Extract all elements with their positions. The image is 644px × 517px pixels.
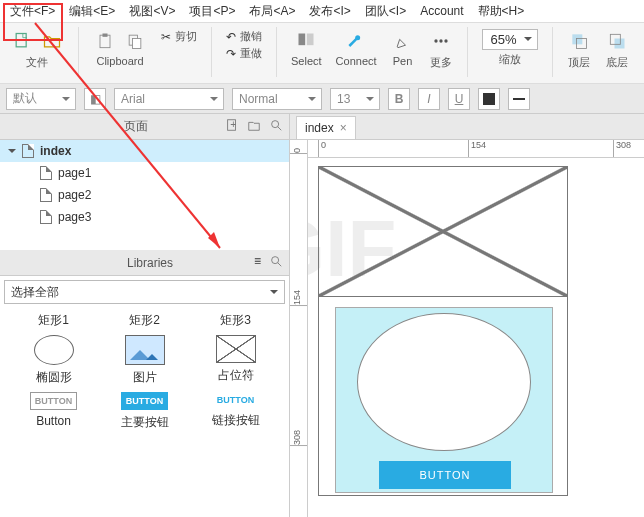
menu-project[interactable]: 项目<P>	[189, 3, 235, 20]
font-combo[interactable]: Arial	[114, 88, 224, 110]
cut-icon[interactable]: ✂	[161, 30, 171, 44]
bold-button[interactable]: B	[388, 88, 410, 110]
horizontal-ruler: 0 154 308	[308, 140, 644, 158]
style-pick-icon[interactable]: ◧	[84, 88, 106, 110]
svg-point-12	[444, 39, 447, 42]
search-pages-icon[interactable]	[269, 118, 283, 135]
libraries-panel-header: Libraries ≡	[0, 250, 289, 276]
search-library-icon[interactable]	[269, 254, 283, 271]
svg-point-19	[272, 121, 279, 128]
page-icon	[40, 210, 52, 224]
toolbar-file-label: 文件	[26, 55, 48, 70]
widget-rect2[interactable]: 矩形2	[105, 312, 185, 329]
menu-edit[interactable]: 编辑<E>	[69, 3, 115, 20]
tree-node-index[interactable]: index	[0, 140, 289, 162]
menu-layout[interactable]: 布局<A>	[249, 3, 295, 20]
svg-point-11	[439, 39, 442, 42]
menu-account[interactable]: Account	[420, 4, 463, 18]
menu-team[interactable]: 团队<I>	[365, 3, 406, 20]
svg-rect-8	[307, 34, 314, 46]
widget-rect3[interactable]: 矩形3	[196, 312, 276, 329]
library-grid: 矩形1 矩形2 矩形3 椭圆形 图片 占位符 BUTTONButton BUTT…	[0, 308, 289, 517]
add-folder-icon[interactable]	[247, 118, 261, 135]
style-combo[interactable]: 默认	[6, 88, 76, 110]
pages-tree: index page1 page2 page3	[0, 140, 289, 250]
widget-primary-button[interactable]: BUTTON主要按钮	[105, 392, 185, 431]
svg-text:+: +	[230, 118, 236, 130]
widget-button[interactable]: BUTTONButton	[14, 392, 94, 431]
add-page-icon[interactable]: +	[225, 118, 239, 135]
italic-button[interactable]: I	[418, 88, 440, 110]
widget-link-button[interactable]: BUTTON链接按钮	[196, 392, 276, 431]
connect-tool-icon[interactable]	[344, 29, 368, 53]
button-icon: BUTTON	[30, 392, 77, 410]
image-icon	[125, 335, 165, 365]
pages-panel-header: 页面 +	[0, 114, 289, 140]
pen-tool-icon[interactable]	[391, 29, 415, 53]
menu-view[interactable]: 视图<V>	[129, 3, 175, 20]
tree-node-page2[interactable]: page2	[0, 184, 289, 206]
svg-rect-3	[100, 35, 110, 47]
bring-front-icon[interactable]	[567, 29, 591, 53]
annotation-highlight-box	[3, 3, 63, 41]
format-bar: 默认 ◧ Arial Normal 13 B I U	[0, 84, 644, 114]
canvas-tabbar: index ×	[290, 114, 644, 140]
page-icon	[40, 166, 52, 180]
toolbar: 文件 Clipboard ✂剪切 ↶撤销 ↷重做 Select Connect …	[0, 22, 644, 84]
line-color-icon[interactable]	[508, 88, 530, 110]
link-button-icon: BUTTON	[213, 392, 258, 408]
page-icon	[22, 144, 34, 158]
redo-icon[interactable]: ↷	[226, 47, 236, 61]
library-menu-icon[interactable]: ≡	[254, 254, 261, 271]
menubar: 文件<F> 编辑<E> 视图<V> 项目<P> 布局<A> 发布<I> 团队<I…	[0, 0, 644, 22]
toolbar-clipboard-label: Clipboard	[96, 55, 143, 67]
canvas-ellipse-widget[interactable]	[357, 313, 531, 451]
select-tool-icon[interactable]	[294, 29, 318, 53]
svg-rect-15	[614, 39, 624, 49]
widget-rect1[interactable]: 矩形1	[14, 312, 94, 329]
underline-button[interactable]: U	[448, 88, 470, 110]
weight-combo[interactable]: Normal	[232, 88, 322, 110]
close-tab-icon[interactable]: ×	[340, 121, 347, 135]
fill-color-icon[interactable]	[478, 88, 500, 110]
svg-point-10	[434, 39, 437, 42]
paste-icon[interactable]	[93, 29, 117, 53]
library-selector[interactable]: 选择全部	[4, 280, 285, 304]
expand-icon[interactable]	[8, 149, 16, 157]
placeholder-icon	[216, 335, 256, 363]
menu-publish[interactable]: 发布<I>	[309, 3, 350, 20]
undo-icon[interactable]: ↶	[226, 30, 236, 44]
svg-rect-6	[133, 39, 141, 49]
vertical-ruler: 0 154 308	[290, 140, 308, 517]
canvas-placeholder-widget[interactable]	[319, 167, 567, 297]
size-combo[interactable]: 13	[330, 88, 380, 110]
svg-point-9	[355, 35, 360, 40]
svg-rect-7	[299, 34, 306, 46]
artboard[interactable]: BUTTON	[318, 166, 568, 496]
tab-index[interactable]: index ×	[296, 116, 356, 139]
svg-point-21	[272, 257, 279, 264]
tree-node-page1[interactable]: page1	[0, 162, 289, 184]
primary-button-icon: BUTTON	[121, 392, 168, 410]
ellipse-icon	[34, 335, 74, 365]
svg-line-20	[278, 127, 282, 131]
design-canvas[interactable]: GIF BUTTON	[308, 158, 644, 517]
send-back-icon[interactable]	[605, 29, 629, 53]
widget-image[interactable]: 图片	[105, 335, 185, 386]
more-tools-icon[interactable]	[429, 29, 453, 53]
page-icon	[40, 188, 52, 202]
menu-help[interactable]: 帮助<H>	[478, 3, 525, 20]
canvas-button-widget[interactable]: BUTTON	[379, 461, 511, 489]
widget-ellipse[interactable]: 椭圆形	[14, 335, 94, 386]
svg-rect-4	[103, 34, 108, 37]
tree-node-page3[interactable]: page3	[0, 206, 289, 228]
svg-rect-13	[572, 34, 582, 44]
widget-placeholder[interactable]: 占位符	[196, 335, 276, 386]
zoom-combo[interactable]: 65%	[482, 29, 538, 50]
copy-icon[interactable]	[123, 29, 147, 53]
svg-line-22	[278, 263, 282, 267]
